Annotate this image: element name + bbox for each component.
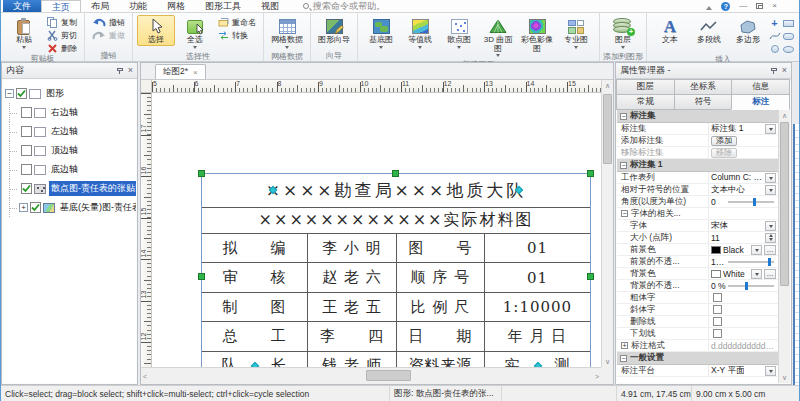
visibility-checkbox[interactable]	[16, 88, 27, 99]
more-options-button[interactable]: …	[764, 245, 776, 255]
tab-file[interactable]: 文件	[3, 0, 41, 12]
canvas-horizontal-scrollbar[interactable]: < >	[141, 367, 601, 384]
collapse-icon[interactable]: −	[620, 355, 627, 362]
annotation-sets-section[interactable]: −标注集	[617, 110, 778, 123]
tab-home[interactable]: 主页	[41, 0, 81, 12]
undo-button[interactable]: 撤销	[89, 16, 128, 28]
dropdown-icon[interactable]	[751, 245, 762, 255]
ellipse-button[interactable]	[782, 43, 795, 55]
ptab-general[interactable]: 常规	[616, 94, 675, 110]
scroll-up-icon[interactable]: ∧	[602, 81, 613, 90]
tab-layout[interactable]: 布局	[81, 0, 119, 12]
spinner[interactable]	[765, 233, 776, 243]
checkbox[interactable]	[713, 305, 722, 314]
tab-grids[interactable]: 网格	[157, 0, 195, 12]
tab-map-tools[interactable]: 图形工具	[195, 0, 251, 12]
ptab-layer[interactable]: 图层	[616, 79, 675, 95]
paste-button[interactable]: 粘贴	[5, 15, 43, 52]
annotation-set-1-section[interactable]: −标注集 1	[617, 159, 778, 172]
rounded-rectangle-button[interactable]	[782, 30, 795, 42]
map-wizard-button[interactable]: 图形向导	[315, 15, 353, 46]
dropdown-icon[interactable]	[751, 269, 762, 279]
checkbox[interactable]	[713, 317, 722, 326]
spline-polyline-button[interactable]	[768, 30, 781, 42]
rectangle-button[interactable]	[782, 17, 795, 29]
cut-button[interactable]: 剪切	[44, 29, 80, 41]
canvas-vertical-scrollbar[interactable]: ∧ ∨	[601, 80, 613, 367]
tree-item-base-layer[interactable]: +基底(矢量)图-责任表表格.bln	[5, 198, 136, 217]
selection-handle[interactable]	[587, 170, 594, 177]
visibility-checkbox[interactable]	[21, 183, 32, 194]
document-tab[interactable]: 绘图2* ×	[155, 64, 206, 79]
grid-data-button[interactable]: 网格数据	[268, 15, 306, 52]
dropdown-icon[interactable]	[765, 185, 776, 195]
select-button[interactable]: 选择	[137, 15, 175, 46]
selection-handle[interactable]	[392, 170, 399, 177]
polygon-button[interactable]: 多边形	[729, 15, 767, 46]
selection-handle[interactable]	[198, 273, 205, 280]
select-all-button[interactable]: 全选	[176, 15, 214, 52]
minimize-icon[interactable]: —	[739, 2, 747, 10]
post-map-button[interactable]: 散点图	[440, 15, 478, 52]
slider[interactable]	[728, 201, 774, 203]
tab-view[interactable]: 视图	[251, 0, 289, 12]
collapse-icon[interactable]: −	[5, 89, 14, 98]
polyline-button[interactable]: 多段线	[690, 15, 728, 46]
dropdown-icon[interactable]	[765, 366, 776, 376]
title-block-table-object[interactable]: ××××勘查局×××地质大队××××××××××××实际材料图拟 编李 小 明图…	[201, 173, 591, 367]
scroll-left-icon[interactable]: <	[143, 372, 147, 381]
base-map-button[interactable]: 基底图	[362, 15, 400, 52]
general-settings-section[interactable]: −一般设置	[617, 352, 778, 365]
property-grid-scrollbar[interactable]: ∧ ∨	[778, 110, 790, 383]
more-options-button[interactable]: …	[764, 269, 776, 279]
close-icon[interactable]: ×	[782, 66, 787, 75]
dropdown-icon[interactable]	[765, 221, 776, 231]
ptab-labels[interactable]: 标注	[731, 94, 790, 110]
circle-button[interactable]	[768, 43, 781, 55]
selection-handle[interactable]	[587, 273, 594, 280]
layer-button[interactable]: +图层	[604, 15, 642, 52]
tree-item-left-axis[interactable]: 左边轴	[5, 122, 136, 141]
ribbon-options-icon[interactable]	[706, 3, 712, 10]
add-annotation-set-button[interactable]: 添加	[711, 136, 737, 146]
collapse-icon[interactable]: −	[621, 210, 628, 217]
delete-button[interactable]: 删除	[44, 42, 80, 54]
scroll-down-icon[interactable]: ∨	[602, 357, 613, 366]
collapse-icon[interactable]: −	[620, 162, 627, 169]
scroll-right-icon[interactable]: >	[595, 372, 599, 381]
visibility-checkbox[interactable]	[21, 126, 32, 137]
collapse-icon[interactable]: −	[620, 113, 627, 120]
tree-item-bottom-axis[interactable]: 底边轴	[5, 160, 136, 179]
tab-features[interactable]: 功能	[119, 0, 157, 12]
text-button[interactable]: A文本	[651, 15, 689, 46]
dropdown-icon[interactable]	[765, 173, 776, 183]
slider[interactable]	[728, 261, 774, 263]
tree-item-post-layer[interactable]: 散点图-责任表的张贴图.xls	[5, 179, 136, 198]
visibility-checkbox[interactable]	[21, 107, 32, 118]
search-box[interactable]: 搜索命令或帮助。	[303, 0, 385, 12]
ptab-coordinate-system[interactable]: 坐标系	[674, 79, 733, 95]
scroll-up-icon[interactable]: ∧	[779, 111, 790, 120]
restore-icon[interactable]	[756, 3, 763, 9]
tree-item-top-axis[interactable]: 顶边轴	[5, 141, 136, 160]
specialty-map-button[interactable]: 专业图	[557, 15, 595, 52]
help-icon[interactable]: ?	[721, 2, 730, 11]
selection-handle[interactable]	[198, 170, 205, 177]
tree-item-right-axis[interactable]: 右边轴	[5, 103, 136, 122]
scroll-down-icon[interactable]: ∨	[779, 373, 790, 382]
visibility-checkbox[interactable]	[21, 145, 32, 156]
ptab-info[interactable]: 信息	[731, 79, 790, 95]
remove-annotation-set-button[interactable]: 移除	[711, 148, 737, 158]
color-relief-button[interactable]: 彩色影像图	[518, 15, 556, 54]
close-tab-icon[interactable]: ×	[193, 68, 198, 77]
expand-icon[interactable]: +	[19, 203, 28, 212]
tree-item-map[interactable]: −图形	[5, 84, 136, 103]
slider[interactable]	[728, 285, 774, 287]
visibility-checkbox[interactable]	[21, 164, 32, 175]
convert-button[interactable]: 转换	[215, 29, 259, 41]
surface-3d-button[interactable]: 3D 曲面图	[479, 15, 517, 60]
expand-icon[interactable]: +	[621, 342, 628, 349]
rename-button[interactable]: 重命名	[215, 16, 259, 28]
copy-button[interactable]: 复制	[44, 16, 80, 28]
contour-map-button[interactable]: 等值线	[401, 15, 439, 52]
